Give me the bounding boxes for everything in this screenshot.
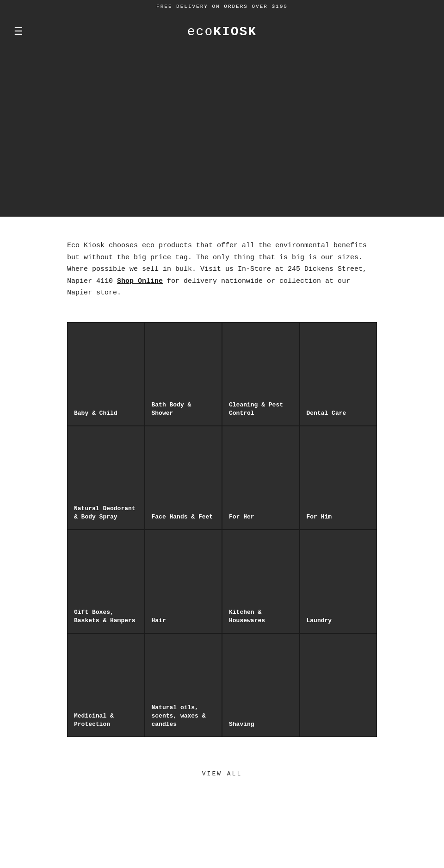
- category-label-gift-boxes: Gift Boxes, Baskets & Hampers: [68, 603, 144, 632]
- shop-online-link[interactable]: Shop Online: [117, 277, 163, 285]
- category-item-shaving[interactable]: Shaving: [222, 633, 300, 737]
- about-text: Eco Kiosk chooses eco products that offe…: [67, 240, 377, 299]
- category-item-for-him[interactable]: For Him: [300, 426, 377, 530]
- category-item-medicinal-protection[interactable]: Medicinal & Protection: [67, 633, 145, 737]
- category-label-natural-deodorant: Natural Deodorant & Body Spray: [68, 499, 144, 529]
- category-item-cleaning-pest-control[interactable]: Cleaning & Pest Control: [222, 322, 300, 426]
- site-logo[interactable]: ecoKIOSK: [187, 25, 257, 39]
- hero-banner: [0, 50, 444, 217]
- category-label-shaving: Shaving: [222, 715, 299, 736]
- category-label-bath-body-shower: Bath Body & Shower: [145, 395, 222, 425]
- categories-grid: Baby & ChildBath Body & ShowerCleaning &…: [67, 322, 377, 737]
- category-label-for-her: For Her: [222, 507, 299, 529]
- category-label-baby-child: Baby & Child: [68, 404, 144, 425]
- logo-kiosk: KIOSK: [213, 25, 257, 39]
- view-all-section: VIEW ALL: [0, 751, 444, 806]
- category-label-for-him: For Him: [300, 507, 377, 529]
- category-label-dental-care: Dental Care: [300, 404, 377, 425]
- category-label-face-hands-feet: Face Hands & Feet: [145, 507, 222, 529]
- category-item-hair[interactable]: Hair: [145, 530, 222, 633]
- category-item-dental-care[interactable]: Dental Care: [300, 322, 377, 426]
- category-item-baby-child[interactable]: Baby & Child: [67, 322, 145, 426]
- top-bar-announcement: FREE DELIVERY ON ORDERS OVER $100: [0, 0, 444, 13]
- site-header: ☰ ecoKIOSK: [0, 13, 444, 50]
- logo-eco: eco: [187, 25, 213, 39]
- category-item-kitchen-housewares[interactable]: Kitchen & Housewares: [222, 530, 300, 633]
- hamburger-menu-icon[interactable]: ☰: [14, 25, 23, 38]
- category-item-natural-oils[interactable]: Natural oils, scents, waxes & candles: [145, 633, 222, 737]
- category-item-for-her[interactable]: For Her: [222, 426, 300, 530]
- category-label-kitchen-housewares: Kitchen & Housewares: [222, 603, 299, 632]
- category-label-cleaning-pest-control: Cleaning & Pest Control: [222, 395, 299, 425]
- category-item-face-hands-feet[interactable]: Face Hands & Feet: [145, 426, 222, 530]
- category-item-bath-body-shower[interactable]: Bath Body & Shower: [145, 322, 222, 426]
- category-item-laundry[interactable]: Laundry: [300, 530, 377, 633]
- category-label-hair: Hair: [145, 611, 222, 632]
- view-all-button[interactable]: VIEW ALL: [202, 770, 242, 777]
- category-item-empty[interactable]: [300, 633, 377, 737]
- category-item-natural-deodorant[interactable]: Natural Deodorant & Body Spray: [67, 426, 145, 530]
- category-label-natural-oils: Natural oils, scents, waxes & candles: [145, 698, 222, 737]
- category-label-medicinal-protection: Medicinal & Protection: [68, 706, 144, 736]
- categories-grid-wrapper: Baby & ChildBath Body & ShowerCleaning &…: [67, 322, 377, 737]
- about-section: Eco Kiosk chooses eco products that offe…: [0, 217, 444, 318]
- category-item-gift-boxes[interactable]: Gift Boxes, Baskets & Hampers: [67, 530, 145, 633]
- announcement-text: FREE DELIVERY ON ORDERS OVER $100: [156, 4, 288, 9]
- categories-section: Baby & ChildBath Body & ShowerCleaning &…: [0, 318, 444, 751]
- category-label-laundry: Laundry: [300, 611, 377, 632]
